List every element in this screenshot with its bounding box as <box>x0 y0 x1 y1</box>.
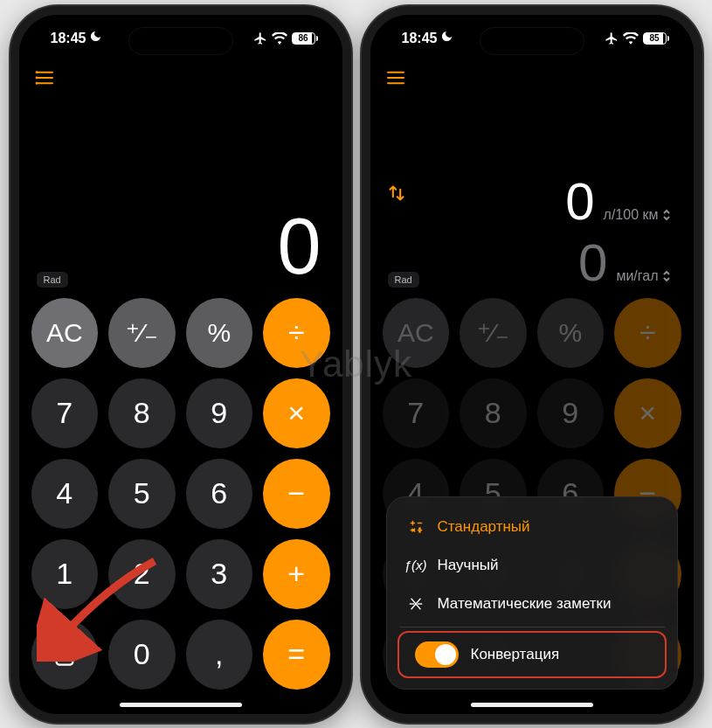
key-0[interactable]: 0 <box>108 620 176 690</box>
key-plus[interactable]: + <box>263 539 330 609</box>
home-indicator[interactable] <box>120 703 242 707</box>
svg-point-8 <box>59 653 62 655</box>
history-icon[interactable] <box>386 70 405 89</box>
key-ac[interactable]: AC <box>31 298 99 368</box>
key-7[interactable]: 7 <box>31 378 99 448</box>
display-value: 0 <box>35 207 320 286</box>
home-indicator[interactable] <box>471 703 593 707</box>
key-9[interactable]: 9 <box>186 378 253 448</box>
key-divide[interactable]: ÷ <box>614 298 681 368</box>
key-minus[interactable]: − <box>263 459 330 529</box>
menu-standard[interactable]: Стандартный <box>391 508 674 546</box>
menu-standard-label: Стандартный <box>438 518 530 536</box>
key-equals[interactable]: = <box>263 620 330 690</box>
key-percent[interactable]: % <box>186 298 253 368</box>
svg-point-26 <box>418 528 419 529</box>
rad-badge: Rad <box>388 272 419 288</box>
conversion-to-value: 0 <box>578 237 607 289</box>
key-multiply[interactable]: × <box>263 378 330 448</box>
svg-rect-7 <box>59 647 70 650</box>
key-3[interactable]: 3 <box>186 539 253 609</box>
conversion-from-row[interactable]: 0 л/100 км <box>386 176 671 228</box>
swap-icon[interactable] <box>388 184 405 205</box>
key-9[interactable]: 9 <box>537 378 605 448</box>
calculator-mode-button[interactable] <box>31 620 99 690</box>
conversion-to-unit: ми/гал <box>616 268 658 284</box>
key-6[interactable]: 6 <box>186 459 253 529</box>
wifi-icon <box>272 32 287 45</box>
svg-point-13 <box>67 657 70 660</box>
menu-notes[interactable]: Математические заметки <box>391 585 674 623</box>
status-time: 18:45 <box>402 31 438 46</box>
menu-notes-label: Математические заметки <box>438 595 612 613</box>
key-7[interactable]: 7 <box>383 378 450 448</box>
key-percent[interactable]: % <box>537 298 605 368</box>
battery-indicator: 85 <box>643 32 669 45</box>
menu-conversion-row[interactable]: Конвертация <box>397 631 667 678</box>
key-4[interactable]: 4 <box>31 459 99 529</box>
key-divide[interactable]: ÷ <box>263 298 330 368</box>
airplane-icon <box>253 31 267 45</box>
dynamic-island <box>480 27 584 55</box>
key-multiply[interactable]: × <box>614 378 681 448</box>
notes-icon <box>406 596 425 612</box>
moon-icon <box>89 30 102 46</box>
key-decimal[interactable]: , <box>186 620 253 690</box>
dynamic-island <box>128 27 233 55</box>
rad-badge: Rad <box>37 272 68 288</box>
standard-icon <box>406 519 425 535</box>
keypad: AC ⁺⁄₋ % ÷ 7 8 9 × 4 5 6 − 1 2 3 + 0 , = <box>19 293 342 714</box>
menu-scientific-label: Научный <box>438 557 499 574</box>
svg-point-10 <box>67 653 70 655</box>
svg-point-12 <box>63 657 66 660</box>
svg-point-27 <box>418 530 419 531</box>
svg-point-3 <box>36 72 37 73</box>
conversion-to-row[interactable]: 0 ми/гал <box>386 237 671 289</box>
conversion-toggle[interactable] <box>415 641 459 668</box>
svg-point-5 <box>36 82 37 83</box>
status-time: 18:45 <box>51 31 86 46</box>
menu-separator <box>399 627 665 627</box>
phone-left: 18:45 86 0 Rad <box>10 6 351 723</box>
svg-point-9 <box>63 653 66 655</box>
svg-point-11 <box>59 657 62 660</box>
key-2[interactable]: 2 <box>108 539 176 609</box>
menu-conversion-label: Конвертация <box>471 646 560 663</box>
battery-indicator: 86 <box>292 32 318 45</box>
moon-icon <box>440 30 453 46</box>
key-plusminus[interactable]: ⁺⁄₋ <box>460 298 527 368</box>
menu-scientific[interactable]: ƒ(x) Научный <box>391 546 674 585</box>
conversion-from-value: 0 <box>565 176 594 228</box>
key-8[interactable]: 8 <box>108 378 176 448</box>
history-icon[interactable] <box>35 70 54 89</box>
key-1[interactable]: 1 <box>31 539 99 609</box>
airplane-icon <box>605 31 619 45</box>
chevron-updown-icon <box>662 270 671 282</box>
chevron-updown-icon <box>662 209 671 221</box>
function-icon: ƒ(x) <box>406 558 425 572</box>
mode-popup: Стандартный ƒ(x) Научный Математические … <box>386 496 678 690</box>
key-ac[interactable]: AC <box>383 298 450 368</box>
phone-right: 18:45 85 <box>362 6 702 723</box>
svg-point-4 <box>36 77 37 78</box>
key-8[interactable]: 8 <box>460 378 527 448</box>
wifi-icon <box>623 32 639 45</box>
conversion-from-unit: л/100 км <box>604 207 659 223</box>
display-area: 0 л/100 км 0 ми/гал Rad <box>370 97 694 293</box>
key-plusminus[interactable]: ⁺⁄₋ <box>108 298 176 368</box>
key-5[interactable]: 5 <box>108 459 176 529</box>
display-area: 0 Rad <box>19 97 342 293</box>
